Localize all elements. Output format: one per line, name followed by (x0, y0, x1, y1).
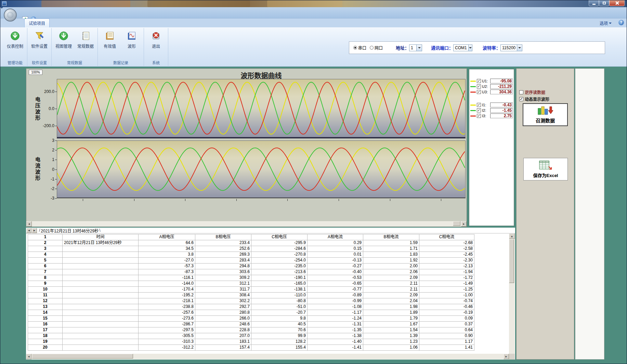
minimize-button[interactable] (589, 0, 599, 6)
ribbon-group-regular-data: 视图管理 常规数据 常规数据 (52, 28, 98, 66)
view-management-button[interactable]: 视图管理 (53, 29, 75, 59)
table-vertical-scrollbar[interactable]: ▲ ▼ (509, 233, 515, 360)
waveform-button[interactable]: 波形 (121, 29, 143, 59)
close-icon (615, 1, 619, 5)
voltage-waveform-plot[interactable] (57, 79, 466, 138)
row-number-cell: 3 (28, 246, 63, 252)
chevron-down-icon[interactable] (416, 45, 422, 51)
serial-port-radio[interactable] (353, 46, 357, 50)
fetch-data-button[interactable]: 召测数据 (523, 103, 568, 126)
value-cell: 1.83 (363, 252, 419, 258)
maximize-button[interactable] (599, 0, 609, 6)
scrollbar-track[interactable] (509, 239, 515, 354)
x-tick-mark (441, 199, 441, 201)
scrollbar-thumb[interactable] (509, 239, 514, 283)
legend-checkbox-I2[interactable] (477, 108, 481, 112)
value-cell: -2.30 (419, 258, 474, 264)
sheet-nav-right-icon[interactable]: ► (32, 228, 37, 233)
time-cell (63, 281, 139, 287)
legend-color-swatch (470, 110, 476, 111)
chart-horizontal-scrollbar[interactable]: ◄ ► (26, 221, 467, 227)
time-cell (63, 246, 139, 252)
y-tick-mark (55, 198, 57, 199)
scroll-right-icon[interactable]: ► (461, 221, 467, 227)
row-number-cell: 12 (28, 298, 63, 304)
scrollbar-track[interactable] (31, 354, 504, 359)
rms-value-button[interactable]: 有效值 (99, 29, 121, 59)
button-label: 波形 (128, 43, 136, 49)
button-label: 常规数据 (77, 43, 94, 49)
sheet-tab[interactable]: / 2021年12月21日 13时46分29秒 \ (39, 228, 100, 233)
address-select[interactable]: 1 (409, 44, 422, 51)
scroll-right-icon[interactable]: ► (504, 354, 509, 359)
y-tick-mark (55, 126, 57, 126)
reverse-read-checkbox[interactable] (519, 90, 523, 94)
legend-label: U2: (482, 84, 489, 89)
value-cell: -254.0 (251, 258, 308, 264)
chevron-down-icon[interactable] (517, 45, 522, 51)
software-settings-button[interactable]: 软件设置 (28, 29, 50, 59)
save-excel-button[interactable]: 保存为Excel (523, 158, 568, 180)
time-cell (63, 258, 139, 264)
table-row: 334.5252.6-284.60.151.71-2.58 (28, 246, 474, 252)
scrollbar-thumb[interactable] (453, 221, 460, 226)
button-label: 有效值 (104, 43, 116, 49)
value-cell: 1.17 (419, 339, 474, 345)
current-waveform-plot[interactable] (57, 140, 466, 198)
value-cell: -170.4 (139, 287, 195, 293)
chevron-down-icon[interactable] (468, 45, 472, 51)
scrollbar-thumb[interactable] (32, 354, 133, 359)
scroll-left-icon[interactable]: ◄ (26, 354, 31, 359)
value-cell: 155.4 (251, 345, 308, 351)
baud-rate-select[interactable]: 115200 (500, 44, 522, 51)
exit-icon (151, 31, 161, 41)
time-cell (63, 316, 139, 322)
scroll-up-icon[interactable]: ▲ (509, 233, 515, 239)
application-orb-button[interactable] (4, 9, 17, 22)
legend-value-I3: 2.75 (490, 113, 513, 118)
value-cell: 0.37 (419, 322, 474, 327)
address-value: 1 (409, 45, 416, 51)
legend-checkbox-U1[interactable] (477, 79, 481, 83)
legend-checkbox-I3[interactable] (477, 114, 481, 118)
value-cell: 294.8 (195, 264, 251, 269)
y-tick-label: 2 (38, 148, 54, 152)
help-icon[interactable]: ? (618, 20, 624, 25)
value-cell: -2.13 (419, 264, 474, 269)
rms-book-icon (105, 31, 115, 41)
legend-checkbox-U2[interactable] (477, 84, 481, 89)
comm-port-select[interactable]: COM1 (453, 44, 472, 51)
ribbon-group-software-settings: 软件设置 软件设置 (27, 28, 52, 66)
network-port-radio[interactable] (370, 46, 374, 50)
notebook-icon (80, 31, 91, 41)
reverse-read-option[interactable]: 逆序读数据 (519, 89, 545, 95)
exit-button[interactable]: 退出 (145, 29, 167, 59)
value-cell: -1.00 (419, 293, 474, 298)
value-cell: -0.13 (308, 258, 363, 264)
legend-item-U2: U2:-211.29 (469, 84, 514, 89)
excel-icon (538, 160, 553, 171)
dynamic-display-checkbox[interactable] (519, 97, 523, 101)
time-cell (63, 339, 139, 345)
instrument-control-button[interactable]: 仪表控制 (4, 29, 26, 59)
dynamic-display-option[interactable]: 动态显示波形 (519, 96, 549, 102)
sheet-nav-left-icon[interactable]: ◄ (26, 228, 31, 233)
value-cell: 233.4 (195, 240, 251, 246)
legend-checkbox-I1[interactable] (477, 103, 481, 107)
row-number-cell: 7 (28, 269, 63, 275)
value-cell: 228.8 (195, 327, 251, 333)
close-button[interactable] (609, 0, 625, 6)
quick-access-dropdown-icon[interactable] (0, 7, 3, 10)
options-menu[interactable]: 选项 (600, 20, 612, 26)
value-cell: -144.0 (139, 281, 195, 287)
legend-checkbox-U3[interactable] (477, 90, 481, 94)
value-cell: 1.59 (363, 240, 419, 246)
table-row: 14-257.6280.8-20.7-1.171.89-0.19 (28, 310, 474, 316)
table-row: 16-286.7248.640.5-1.311.670.37 (28, 322, 474, 327)
regular-data-button[interactable]: 常规数据 (75, 29, 96, 59)
table-horizontal-scrollbar[interactable]: ◄ ► (26, 354, 509, 359)
comm-port-value: COM1 (454, 45, 468, 51)
scroll-left-icon[interactable]: ◄ (26, 221, 32, 227)
scrollbar-track[interactable] (32, 221, 461, 227)
tab-test-project[interactable]: 试验项目 (24, 18, 50, 27)
